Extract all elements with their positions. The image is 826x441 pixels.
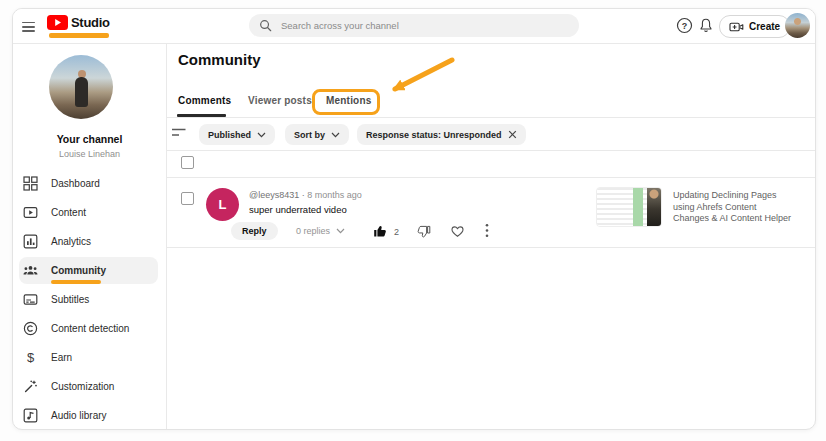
comment-author[interactable]: @leeys8431: [249, 190, 299, 200]
analytics-icon: [23, 234, 38, 249]
dollar-icon: $: [23, 350, 38, 365]
comment-author-line: @leeys8431 · 8 months ago: [249, 190, 362, 200]
chevron-down-icon: [336, 228, 345, 234]
hamburger-menu-icon[interactable]: [22, 19, 35, 34]
help-button[interactable]: ?: [676, 17, 693, 34]
sidebar-item-label: Audio library: [51, 410, 107, 421]
heart-button[interactable]: [450, 224, 465, 238]
wand-icon: [23, 379, 38, 394]
channel-avatar[interactable]: [49, 55, 113, 119]
help-icon: ?: [676, 17, 693, 34]
vertical-dots-icon: [485, 223, 489, 238]
create-button[interactable]: Create: [719, 15, 790, 38]
chip-label: Response status: Unresponded: [366, 130, 502, 140]
create-button-label: Create: [749, 21, 780, 32]
mentions-highlight-annotation: [312, 89, 380, 115]
studio-underline-annotation: [49, 33, 109, 38]
chevron-down-icon: [257, 132, 266, 138]
svg-text:$: $: [27, 350, 35, 365]
like-button[interactable]: [373, 224, 387, 238]
filter-bar-divider: [166, 150, 815, 151]
thumbnail-spreadsheet: [597, 188, 647, 226]
chevron-down-icon: [331, 132, 340, 138]
youtube-studio-logo[interactable]: [47, 15, 68, 30]
bell-icon: [698, 17, 714, 34]
dashboard-icon: [23, 176, 38, 191]
sidebar-item-label: Customization: [51, 381, 114, 392]
svg-text:?: ?: [682, 21, 688, 31]
sidebar-item-label: Analytics: [51, 236, 91, 247]
tabs-divider: [166, 117, 815, 118]
page-title: Community: [178, 51, 261, 68]
channel-avatar-figure: [75, 77, 88, 107]
more-options-button[interactable]: [485, 223, 489, 238]
close-icon[interactable]: [508, 130, 517, 139]
sidebar-item-label: Community: [51, 265, 106, 276]
youtube-play-icon: [47, 15, 68, 30]
search-icon: [259, 19, 272, 32]
channel-label: Your channel: [13, 133, 166, 145]
chip-label: Sort by: [294, 130, 325, 140]
chip-label: Published: [208, 130, 251, 140]
comment-text: super underrated video: [249, 204, 347, 215]
comment-row-divider: [166, 247, 815, 248]
thumbs-down-icon: [417, 225, 431, 239]
like-count: 2: [394, 227, 399, 237]
sidebar-item-dashboard[interactable]: Dashboard: [13, 169, 166, 198]
sidebar-item-label: Content detection: [51, 323, 129, 334]
sidebar-item-label: Content: [51, 207, 86, 218]
filter-button[interactable]: [171, 127, 187, 139]
commenter-avatar-letter: L: [219, 197, 227, 212]
replies-count-label: 0 replies: [296, 226, 330, 236]
sidebar-item-audio-library[interactable]: Audio library: [13, 401, 166, 430]
sidebar-nav: Dashboard Content An: [13, 169, 166, 430]
sidebar-item-customization[interactable]: Customization: [13, 372, 166, 401]
heart-icon: [450, 224, 465, 238]
notifications-button[interactable]: [698, 17, 714, 34]
thumbnail-presenter: [647, 188, 661, 226]
sidebar-item-community[interactable]: Community: [13, 256, 166, 285]
create-video-icon: [729, 20, 744, 34]
music-note-icon: [23, 408, 38, 423]
filter-icon: [171, 127, 187, 139]
sidebar-item-label: Subtitles: [51, 294, 89, 305]
select-row-divider: [166, 177, 815, 178]
tab-comments[interactable]: Comments: [178, 95, 231, 106]
subtitles-icon: [23, 292, 38, 307]
studio-logo-text: Studio: [71, 15, 110, 30]
sidebar-item-label: Dashboard: [51, 178, 100, 189]
video-title[interactable]: Updating Declining Pages using Ahrefs Co…: [673, 190, 795, 225]
sidebar-divider: [166, 43, 167, 429]
select-all-checkbox[interactable]: [181, 156, 194, 169]
sidebar-item-earn[interactable]: $ Earn: [13, 343, 166, 372]
commenter-avatar[interactable]: L: [206, 188, 239, 221]
channel-name: Louise Linehan: [13, 149, 166, 159]
search-input[interactable]: [279, 19, 553, 32]
top-bar: Studio ?: [13, 9, 815, 44]
arrow-annotation: [373, 53, 458, 98]
replies-toggle[interactable]: 0 replies: [296, 226, 345, 236]
filter-chip-sort-by[interactable]: Sort by: [285, 124, 349, 145]
dot-separator: ·: [302, 190, 305, 200]
account-avatar[interactable]: [785, 13, 810, 38]
content-icon: [23, 205, 38, 220]
screenshot-stage: Studio ?: [0, 0, 826, 441]
dislike-button[interactable]: [417, 225, 431, 239]
reply-button[interactable]: Reply: [231, 222, 278, 240]
copyright-icon: [23, 321, 38, 336]
community-icon: [23, 263, 38, 278]
comment-checkbox[interactable]: [181, 192, 194, 205]
sidebar-item-content-detection[interactable]: Content detection: [13, 314, 166, 343]
sidebar-item-label: Earn: [51, 352, 72, 363]
thumbs-up-icon: [373, 224, 387, 238]
tab-viewer-posts[interactable]: Viewer posts: [248, 95, 312, 106]
sidebar-item-content[interactable]: Content: [13, 198, 166, 227]
search-bar[interactable]: [249, 14, 579, 37]
sidebar-item-subtitles[interactable]: Subtitles: [13, 285, 166, 314]
video-thumbnail[interactable]: [596, 187, 662, 227]
filter-chip-response-status[interactable]: Response status: Unresponded: [357, 124, 526, 145]
youtube-studio-window: Studio ?: [12, 8, 816, 430]
filter-chip-published[interactable]: Published: [199, 124, 275, 145]
comment-timestamp: 8 months ago: [307, 190, 362, 200]
sidebar-item-analytics[interactable]: Analytics: [13, 227, 166, 256]
